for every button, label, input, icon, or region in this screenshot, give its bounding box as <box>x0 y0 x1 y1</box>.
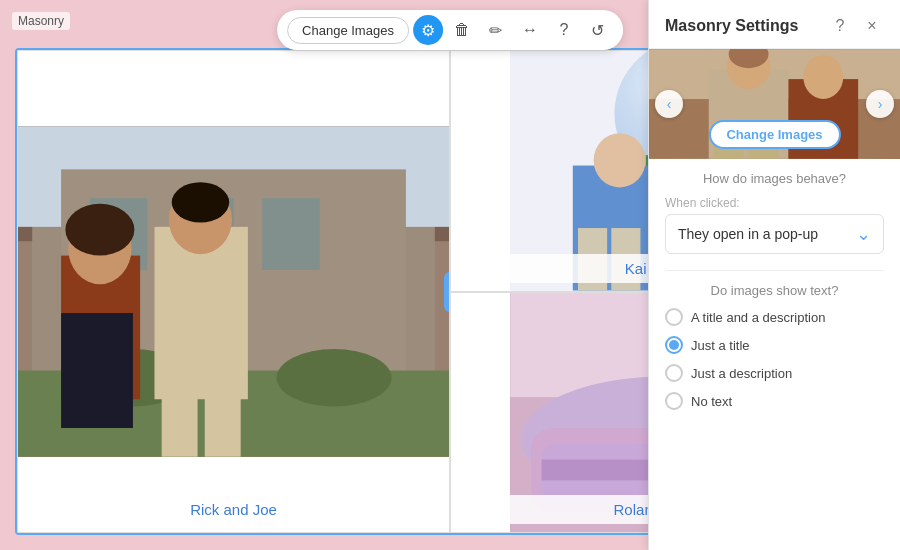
panel-header: Masonry Settings ? × <box>649 0 900 49</box>
settings-panel: Masonry Settings ? × ‹ › Change Imag <box>648 0 900 550</box>
svg-rect-19 <box>162 356 198 457</box>
change-images-button[interactable]: Change Images <box>287 17 409 44</box>
pencil-icon-button[interactable]: ✏ <box>481 15 511 45</box>
help-icon-button[interactable]: ? <box>549 15 579 45</box>
rick-joe-image <box>18 51 449 532</box>
radio-label-title-and-desc: A title and a description <box>691 310 825 325</box>
app-title: Masonry <box>12 12 70 30</box>
preview-next-button[interactable]: › <box>866 90 894 118</box>
radio-label-just-title: Just a title <box>691 338 750 353</box>
panel-title: Masonry Settings <box>665 17 798 35</box>
panel-close-button[interactable]: × <box>860 14 884 38</box>
svg-point-33 <box>594 133 646 187</box>
trash-icon-button[interactable]: 🗑 <box>447 15 477 45</box>
svg-rect-20 <box>205 356 241 457</box>
svg-point-11 <box>277 349 392 406</box>
radio-group: A title and a description Just a title J… <box>665 308 884 410</box>
when-clicked-label: When clicked: <box>665 196 884 210</box>
preview-strip: ‹ › Change Images <box>649 49 900 159</box>
radio-label-no-text: No text <box>691 394 732 409</box>
radio-circle-no-text <box>665 392 683 410</box>
panel-help-button[interactable]: ? <box>828 14 852 38</box>
when-clicked-dropdown[interactable]: They open in a pop-up ⌄ <box>665 214 884 254</box>
radio-just-title[interactable]: Just a title <box>665 336 884 354</box>
svg-rect-8 <box>262 198 319 270</box>
svg-rect-15 <box>97 313 133 428</box>
toolbar: Change Images ⚙ 🗑 ✏ ↔ ? ↺ <box>277 10 623 50</box>
settings-icon-button[interactable]: ⚙ <box>413 15 443 45</box>
arrows-icon-button[interactable]: ↔ <box>515 15 545 45</box>
preview-prev-button[interactable]: ‹ <box>655 90 683 118</box>
when-clicked-value: They open in a pop-up <box>678 226 818 242</box>
svg-point-56 <box>803 55 843 99</box>
svg-point-21 <box>172 182 229 222</box>
undo-icon-button[interactable]: ↺ <box>583 15 613 45</box>
panel-header-icons: ? × <box>828 14 884 38</box>
text-display-question: Do images show text? <box>665 283 884 298</box>
radio-circle-just-desc <box>665 364 683 382</box>
radio-just-desc[interactable]: Just a description <box>665 364 884 382</box>
svg-rect-14 <box>61 313 97 428</box>
change-images-panel-button[interactable]: Change Images <box>708 120 840 149</box>
panel-content: How do images behave? When clicked: They… <box>649 159 900 550</box>
rick-joe-label: Rick and Joe <box>18 495 449 524</box>
radio-no-text[interactable]: No text <box>665 392 884 410</box>
radio-circle-just-title <box>665 336 683 354</box>
section-divider <box>665 270 884 271</box>
radio-label-just-desc: Just a description <box>691 366 792 381</box>
svg-point-16 <box>65 204 134 256</box>
dropdown-arrow-icon: ⌄ <box>856 223 871 245</box>
grid-cell-rick-joe[interactable]: Rick and Joe <box>17 50 450 533</box>
radio-circle-title-and-desc <box>665 308 683 326</box>
image-behavior-question: How do images behave? <box>665 171 884 186</box>
radio-title-and-desc[interactable]: A title and a description <box>665 308 884 326</box>
